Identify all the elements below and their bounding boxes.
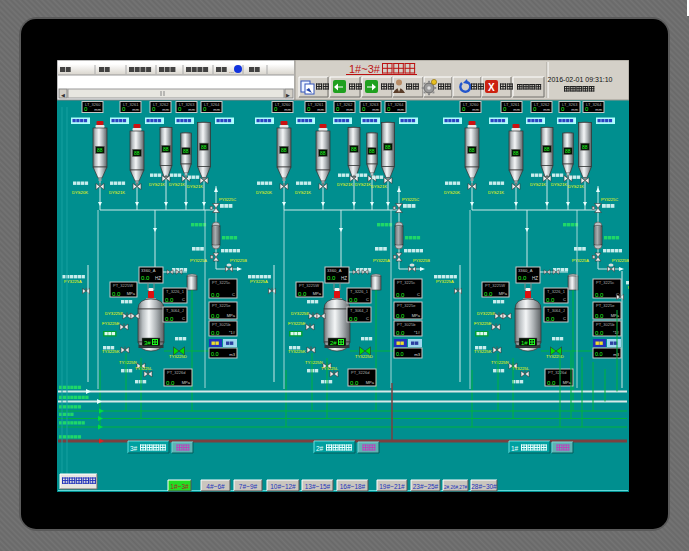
svg-text:C: C xyxy=(182,316,185,321)
svg-text:FY3225E: FY3225E xyxy=(474,321,492,326)
svg-text:3360_A: 3360_A xyxy=(327,268,342,273)
svg-text:DYS21K: DYS21K xyxy=(551,182,567,187)
svg-text:TY3225N: TY3225N xyxy=(305,360,323,365)
svg-text:C: C xyxy=(563,316,566,321)
svg-text:T_3226_1: T_3226_1 xyxy=(350,289,369,294)
svg-text:1#~3#: 1#~3# xyxy=(349,63,381,75)
svg-text:TY3225L: TY3225L xyxy=(512,366,530,371)
svg-text:0.0: 0.0 xyxy=(211,351,219,357)
svg-text:mm: mm xyxy=(284,107,291,112)
svg-text:PY3225A: PY3225A xyxy=(572,258,589,263)
svg-text:88: 88 xyxy=(281,147,287,153)
svg-text:MPa: MPa xyxy=(366,380,375,385)
svg-text:DY3225B: DY3225B xyxy=(291,311,309,316)
svg-text:TY3225D: TY3225D xyxy=(169,354,187,359)
svg-text:*1#: *1# xyxy=(414,330,421,335)
svg-text:...: ... xyxy=(229,68,234,74)
svg-text:0.0: 0.0 xyxy=(165,316,174,322)
svg-text:PY3225A: PY3225A xyxy=(373,258,390,263)
svg-text:MPa: MPa xyxy=(313,291,322,296)
svg-text:C: C xyxy=(232,292,235,297)
svg-text:T_3226_1: T_3226_1 xyxy=(547,289,566,294)
svg-text:T_3064_J: T_3064_J xyxy=(350,308,368,313)
svg-text:13#~15#: 13#~15# xyxy=(305,483,331,490)
svg-text:PT_3226d: PT_3226d xyxy=(351,370,369,375)
svg-text:PT_3225e: PT_3225e xyxy=(397,303,416,308)
svg-text:4#~6#: 4#~6# xyxy=(206,483,225,490)
svg-text:88: 88 xyxy=(134,150,140,156)
svg-text:PT_3225W: PT_3225W xyxy=(485,283,505,288)
svg-text:X: X xyxy=(488,82,495,93)
svg-text:TY3225L: TY3225L xyxy=(135,366,153,371)
svg-text:88: 88 xyxy=(582,144,588,150)
svg-text:mm: mm xyxy=(346,107,353,112)
svg-text:mm: mm xyxy=(317,107,324,112)
svg-text:DYS20K: DYS20K xyxy=(72,190,88,195)
svg-text:7#~9#: 7#~9# xyxy=(239,483,258,490)
svg-text:MPa: MPa xyxy=(499,291,508,296)
svg-text:88: 88 xyxy=(544,146,550,152)
svg-text:1#: 1# xyxy=(521,340,528,346)
svg-text:TY3225N: TY3225N xyxy=(119,360,137,365)
svg-text:DYS21K: DYS21K xyxy=(337,182,353,187)
svg-text:2#: 2# xyxy=(316,445,324,452)
svg-text:PT_3225c: PT_3225c xyxy=(596,280,614,285)
svg-text:88: 88 xyxy=(163,146,169,152)
svg-text:m3: m3 xyxy=(414,352,420,357)
svg-text:MPa: MPa xyxy=(182,380,191,385)
svg-text:◀: ◀ xyxy=(61,92,65,98)
svg-text:2#: 2# xyxy=(330,340,337,346)
svg-text:DYS21K: DYS21K xyxy=(109,190,125,195)
svg-text:TY3225D: TY3225D xyxy=(546,354,564,359)
svg-text:C: C xyxy=(417,292,420,297)
svg-text:mm: mm xyxy=(372,107,379,112)
svg-text:HZ: HZ xyxy=(155,276,161,281)
svg-text:m3: m3 xyxy=(613,352,619,357)
svg-text:23#~25#: 23#~25# xyxy=(413,483,439,490)
svg-text:0.0: 0.0 xyxy=(211,292,220,298)
svg-text:*1#: *1# xyxy=(229,330,236,335)
svg-text:T_3064_J: T_3064_J xyxy=(166,308,184,313)
svg-text:DY3225B: DY3225B xyxy=(105,311,123,316)
svg-text:TY3225K: TY3225K xyxy=(474,349,492,354)
svg-text:0.0: 0.0 xyxy=(396,292,405,298)
svg-text:T_3064_J: T_3064_J xyxy=(547,308,565,313)
svg-text:MPa: MPa xyxy=(611,313,620,318)
svg-text:DYS21K: DYS21K xyxy=(169,182,185,187)
svg-text:0.0: 0.0 xyxy=(595,330,604,336)
svg-text:C: C xyxy=(366,316,369,321)
svg-text:2#,26#,27#: 2#,26#,27# xyxy=(444,485,467,490)
svg-text:DYS20K: DYS20K xyxy=(444,190,460,195)
svg-text:PY3225A: PY3225A xyxy=(436,279,454,284)
svg-text:3360_A: 3360_A xyxy=(518,268,533,273)
svg-text:0.0: 0.0 xyxy=(518,275,527,281)
svg-text:0.0: 0.0 xyxy=(484,291,493,297)
svg-text:0.0: 0.0 xyxy=(166,380,175,386)
svg-text:TY3225N: TY3225N xyxy=(491,360,509,365)
svg-text:DYS21K: DYS21K xyxy=(488,190,504,195)
svg-text:28#~30#: 28#~30# xyxy=(471,483,497,490)
svg-text:1#~3#: 1#~3# xyxy=(170,483,189,490)
svg-text:0.0: 0.0 xyxy=(141,275,150,281)
svg-text:16#~18#: 16#~18# xyxy=(340,483,366,490)
svg-text:mm: mm xyxy=(472,107,479,112)
svg-text:MPa: MPa xyxy=(227,313,236,318)
svg-text:PT_3025b: PT_3025b xyxy=(212,322,231,327)
svg-text:PY3225A: PY3225A xyxy=(250,279,268,284)
svg-text:TY3225K: TY3225K xyxy=(288,349,306,354)
svg-text:mm: mm xyxy=(595,107,602,112)
svg-text:0.0: 0.0 xyxy=(298,291,307,297)
svg-text:88: 88 xyxy=(369,148,375,154)
svg-text:0.0: 0.0 xyxy=(349,297,358,303)
svg-text:▶: ▶ xyxy=(286,92,290,98)
svg-text:0.0: 0.0 xyxy=(595,351,603,357)
svg-text:MPa: MPa xyxy=(563,380,572,385)
svg-text:0.0: 0.0 xyxy=(112,291,121,297)
svg-text:88: 88 xyxy=(351,146,357,152)
svg-text:88: 88 xyxy=(565,148,571,154)
svg-text:0.0: 0.0 xyxy=(396,330,405,336)
svg-text:PY3225C: PY3225C xyxy=(601,197,618,202)
svg-text:PT_3225e: PT_3225e xyxy=(212,303,231,308)
svg-text:PT_3225e: PT_3225e xyxy=(596,303,615,308)
svg-text:mm: mm xyxy=(213,107,220,112)
